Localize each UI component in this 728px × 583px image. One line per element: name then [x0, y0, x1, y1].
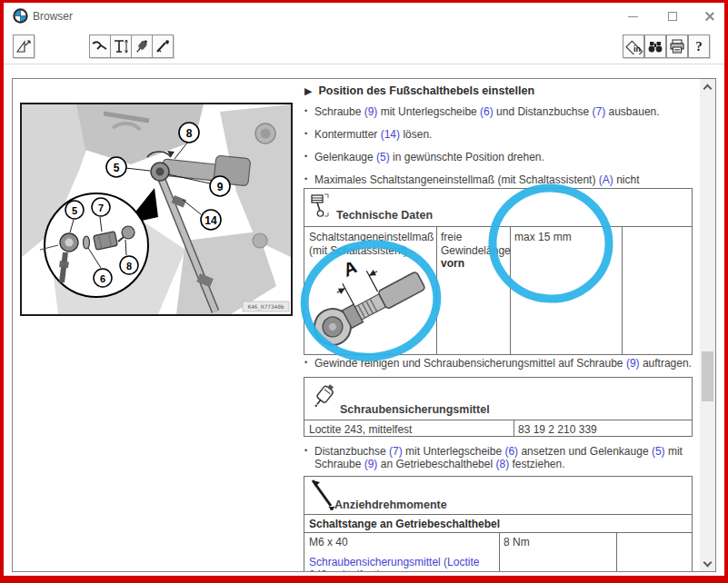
- part-ref-link[interactable]: (6): [504, 445, 518, 458]
- scroll-up-button[interactable]: [700, 79, 715, 94]
- tech-row-name: Schaltstangeneinstellmaß (mit Schaltassi…: [304, 229, 436, 259]
- section-heading-text: Position des Fußschalthebels einstellen: [318, 84, 534, 97]
- minimize-icon: [628, 16, 638, 17]
- bullet-text: Kontermutter (14) lösen.: [314, 128, 432, 141]
- search-binoculars-icon: [647, 40, 663, 54]
- instruction-bullet: •Distanzbuchse (7) mit Unterlegscheibe (…: [304, 445, 700, 470]
- callout-8[interactable]: 8: [179, 123, 199, 143]
- svg-text:5: 5: [72, 205, 77, 216]
- bullet-text: Distanzbuchse (7) mit Unterlegscheibe (6…: [314, 445, 700, 470]
- titlebar: Browser: [4, 3, 724, 30]
- close-icon: [704, 11, 715, 22]
- instruction-bullet: •Gewinde reinigen und Schraubensicherung…: [304, 357, 700, 370]
- document-area: 8 5 9 14: [13, 79, 700, 571]
- part-ref-link[interactable]: (5): [652, 445, 665, 458]
- printer-icon: [669, 39, 685, 54]
- inset-callout-6[interactable]: 6: [94, 269, 112, 287]
- svg-text:5: 5: [114, 162, 120, 174]
- thread-locker-link[interactable]: Schraubensicherungsmittel (Loctite 243, …: [309, 556, 494, 572]
- units-inches-icon: in: [624, 38, 643, 54]
- svg-text:in: in: [633, 44, 641, 54]
- part-ref-link[interactable]: (7): [389, 445, 403, 458]
- minimize-button[interactable]: [618, 6, 647, 26]
- scrollbar-thumb[interactable]: [702, 351, 713, 401]
- units-inches-button[interactable]: in: [623, 35, 644, 58]
- measure-tool-button[interactable]: [110, 35, 132, 58]
- torque-row-spec: M6 x 40 Schraubensicherungsmittel (Locti…: [304, 534, 499, 571]
- fit-view-button[interactable]: [13, 35, 35, 58]
- anziehdrehmomente-table: Anziehdrehmomente Schaltstange an Getrie…: [304, 476, 693, 571]
- help-button[interactable]: ?: [688, 35, 710, 58]
- vertical-scrollbar[interactable]: [700, 79, 715, 571]
- maximize-icon: [668, 12, 677, 21]
- bullet-text: Gelenkauge (5) in gewünschte Position dr…: [314, 151, 544, 163]
- torque-wrench-icon: [155, 38, 171, 54]
- content-panel: 8 5 9 14: [12, 78, 716, 572]
- glue-row-name: Loctite 243, mittelfest: [304, 421, 514, 439]
- inset-callout-7[interactable]: 7: [92, 198, 110, 216]
- technical-illustration[interactable]: 8 5 9 14: [20, 103, 293, 316]
- torque-section-header: Schaltstange an Getriebeschalthebel: [304, 516, 686, 533]
- inset-callout-5[interactable]: 5: [65, 201, 84, 219]
- instruction-bullet: •Schraube (9) mit Unterlegscheibe (6) un…: [304, 105, 700, 118]
- glue-row-part-number: 83 19 2 210 339: [514, 421, 693, 439]
- torque-row-value: 8 Nm: [499, 534, 616, 551]
- svg-text:8: 8: [186, 127, 193, 140]
- part-ref-link[interactable]: (14): [381, 128, 400, 141]
- torque-wrench-button[interactable]: [152, 35, 174, 58]
- bullet-icon: •: [304, 357, 314, 370]
- toolbar-separator: [4, 64, 724, 64]
- part-ref-link[interactable]: (A): [599, 173, 613, 186]
- instruction-bullet: •Kontermutter (14) lösen.: [304, 128, 700, 141]
- schraubensicherungsmittel-table: Schraubensicherungsmittel Loctite 243, m…: [304, 377, 693, 437]
- svg-text:8: 8: [126, 261, 132, 272]
- bullet-text: Schraube (9) mit Unterlegscheibe (6) und…: [314, 105, 660, 118]
- bullet-icon: •: [304, 151, 314, 163]
- svg-text:7: 7: [98, 203, 104, 213]
- section-heading: ▶Position des Fußschalthebels einstellen: [304, 84, 534, 97]
- callout-14[interactable]: 14: [201, 210, 221, 230]
- tech-row-condition: freie Gewindelänge vorn: [436, 229, 510, 272]
- print-button[interactable]: [666, 35, 688, 58]
- chevron-up-icon: [703, 84, 713, 93]
- screenshot-frame: Browser: [0, 0, 728, 583]
- bullet-icon: •: [304, 445, 314, 470]
- inset-callout-8[interactable]: 8: [120, 256, 138, 274]
- window-title: Browser: [33, 10, 73, 23]
- technische-daten-table: Technische Daten Schaltstangeneinstellma…: [304, 188, 693, 355]
- scroll-down-button[interactable]: [700, 556, 715, 571]
- hook-tool-icon: [92, 40, 108, 53]
- bullet-icon: •: [304, 128, 314, 141]
- bullet-icon: •: [304, 105, 314, 118]
- shift-linkage-drawing: 8 5 9 14: [22, 104, 291, 314]
- bmw-logo-icon: [13, 8, 28, 24]
- part-ref-link[interactable]: (5): [376, 151, 390, 163]
- part-ref-link[interactable]: (8): [495, 458, 509, 470]
- rod-end-dimension-drawing: A: [305, 262, 434, 353]
- fit-view-icon: [15, 39, 32, 54]
- glue-pen-icon: [134, 38, 150, 54]
- bullet-text: Gewinde reinigen und Schraubensicherungs…: [314, 357, 692, 370]
- measure-tool-icon: [113, 38, 129, 54]
- part-ref-link[interactable]: (9): [364, 458, 378, 470]
- callout-5[interactable]: 5: [106, 157, 126, 177]
- svg-text:14: 14: [204, 214, 217, 227]
- maximize-button[interactable]: [658, 6, 687, 26]
- figure-ref-label: K46_R77340b: [248, 303, 284, 311]
- tech-row-value: max 15 mm: [510, 229, 622, 246]
- close-button[interactable]: [695, 6, 724, 26]
- callout-9[interactable]: 9: [210, 176, 230, 196]
- hook-tool-button[interactable]: [89, 35, 111, 58]
- part-ref-link[interactable]: (9): [364, 105, 378, 118]
- search-button[interactable]: [644, 35, 666, 58]
- svg-text:9: 9: [217, 181, 224, 193]
- part-ref-link[interactable]: (7): [593, 105, 606, 118]
- glue-table-title: Schraubensicherungsmittel: [335, 401, 494, 419]
- svg-text:6: 6: [100, 273, 105, 284]
- dimension-a-label: A: [339, 262, 361, 281]
- part-ref-link[interactable]: (9): [626, 357, 640, 370]
- glue-pen-button[interactable]: [131, 35, 153, 58]
- part-ref-link[interactable]: (6): [480, 105, 494, 118]
- heading-marker: ▶: [304, 85, 312, 96]
- help-icon: ?: [695, 39, 703, 54]
